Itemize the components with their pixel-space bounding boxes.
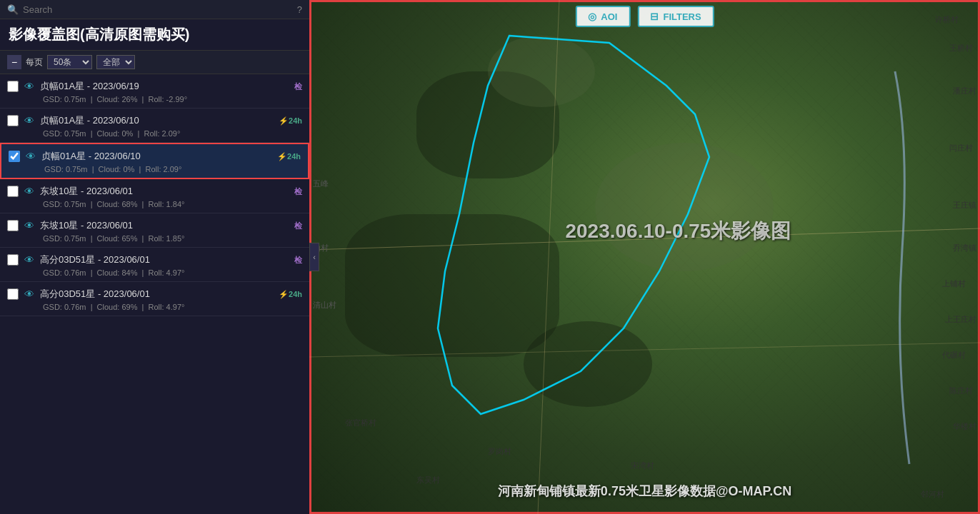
filter-icon: ⊟ [650,11,659,22]
item-eye-6[interactable]: 👁 [24,288,34,300]
item-title-3: 东坡10星 - 2023/06/01 [40,185,289,198]
list-item[interactable]: 👁 贞幅01A星 - 2023/06/10 ⚡24h GSD: 0.75m | … [0,143,309,179]
search-icon: 🔍 [7,4,19,15]
item-checkbox-1[interactable] [7,115,19,126]
item-checkbox-0[interactable] [7,81,19,92]
item-eye-0[interactable]: 👁 [24,81,34,92]
item-title-2: 贞幅01A星 - 2023/06/10 [41,150,271,163]
item-badge-5: 检 [294,255,302,266]
item-eye-1[interactable]: 👁 [24,115,34,126]
filters-label: FILTERS [663,11,701,22]
item-eye-2[interactable]: 👁 [26,151,36,162]
item-meta-0: GSD: 0.75m | Cloud: 26% | Roll: -2.99° [7,95,302,104]
item-checkbox-2[interactable] [9,151,20,162]
panel-title: 影像覆盖图(高清原图需购买) [0,19,309,51]
item-checkbox-3[interactable] [7,186,19,197]
item-eye-4[interactable]: 👁 [24,220,34,231]
filters-button[interactable]: ⊟ FILTERS [637,6,714,27]
item-badge-3: 检 [294,186,302,197]
per-page-select[interactable]: 50条 100条 [47,55,92,69]
list-item[interactable]: 👁 高分03D51星 - 2023/06/01 ⚡24h GSD: 0.76m … [0,282,309,316]
item-badge-4: 检 [294,221,302,231]
item-checkbox-4[interactable] [7,220,19,231]
filter-bar: − 每页 50条 100条 全部 [0,51,309,74]
list-item[interactable]: 👁 东坡10星 - 2023/06/01 检 GSD: 0.75m | Clou… [0,179,309,213]
item-badge-1: ⚡24h [279,116,302,126]
search-input[interactable] [23,4,297,15]
help-icon[interactable]: ? [297,4,302,15]
item-title-5: 高分03D51星 - 2023/06/01 [40,253,289,266]
item-badge-6: ⚡24h [279,290,302,299]
aoi-button[interactable]: ◎ AOI [575,6,630,27]
item-checkbox-6[interactable] [7,288,19,300]
aoi-label: AOI [601,11,617,22]
item-eye-5[interactable]: 👁 [24,254,34,266]
map-area: ◎ AOI ⊟ FILTERS 2023.06.10-0.75米影像图 河南新甸… [309,0,980,514]
per-page-label: 每页 [26,56,43,69]
collapse-button[interactable]: ‹ [309,243,319,271]
item-meta-3: GSD: 0.75m | Cloud: 68% | Roll: 1.84° [7,200,302,208]
list-item[interactable]: 👁 贞幅01A星 - 2023/06/10 ⚡24h GSD: 0.75m | … [0,109,309,143]
item-title-4: 东坡10星 - 2023/06/01 [40,219,289,232]
item-meta-1: GSD: 0.75m | Cloud: 0% | Roll: 2.09° [7,129,302,138]
list-item[interactable]: 👁 高分03D51星 - 2023/06/01 检 GSD: 0.76m | C… [0,248,309,282]
list-item[interactable]: 👁 东坡10星 - 2023/06/01 检 GSD: 0.75m | Clou… [0,213,309,248]
minus-button[interactable]: − [7,55,21,69]
item-checkbox-5[interactable] [7,254,19,266]
image-list: 👁 贞幅01A星 - 2023/06/19 检 GSD: 0.75m | Clo… [0,74,309,514]
scope-select[interactable]: 全部 [96,55,135,69]
aoi-icon: ◎ [588,11,596,22]
map-texture [309,0,980,514]
list-item[interactable]: 👁 贞幅01A星 - 2023/06/19 检 GSD: 0.75m | Clo… [0,74,309,109]
item-meta-4: GSD: 0.75m | Cloud: 65% | Roll: 1.85° [7,234,302,243]
item-meta-5: GSD: 0.76m | Cloud: 84% | Roll: 4.97° [7,268,302,277]
item-title-6: 高分03D51星 - 2023/06/01 [40,288,273,301]
map-toolbar: ◎ AOI ⊟ FILTERS [575,6,714,27]
item-eye-3[interactable]: 👁 [24,186,34,197]
item-badge-2: ⚡24h [277,152,301,161]
item-meta-2: GSD: 0.75m | Cloud: 0% | Roll: 2.09° [9,165,301,173]
item-title-1: 贞幅01A星 - 2023/06/10 [40,114,273,127]
left-panel: 🔍 ? 影像覆盖图(高清原图需购买) − 每页 50条 100条 全部 👁 贞幅… [0,0,309,514]
item-badge-0: 检 [294,81,302,92]
item-title-0: 贞幅01A星 - 2023/06/19 [40,80,289,93]
search-bar: 🔍 ? [0,0,309,19]
item-meta-6: GSD: 0.76m | Cloud: 69% | Roll: 4.97° [7,303,302,311]
